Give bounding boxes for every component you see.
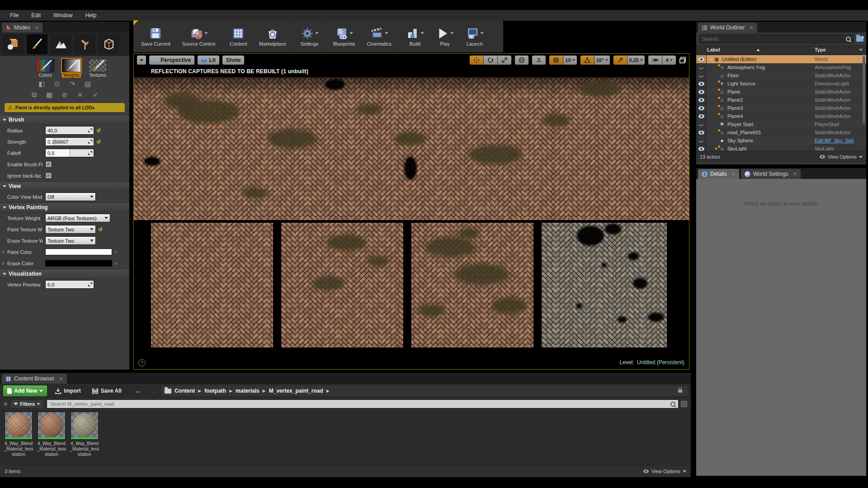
chevron-down-icon[interactable] — [450, 32, 454, 34]
tab-modes[interactable]: Modes ✕ — [2, 23, 42, 33]
label-column-header[interactable]: Label — [707, 47, 720, 52]
viewport-options-button[interactable] — [137, 55, 146, 65]
fix-icon[interactable]: ✕ — [75, 91, 85, 99]
world-local-toggle-button[interactable] — [515, 56, 528, 65]
reset-to-default-icon[interactable]: ↺ — [96, 139, 101, 145]
grid-snap-toggle-button[interactable] — [549, 56, 563, 65]
close-tab-icon[interactable]: ✕ — [59, 376, 63, 382]
submode-colors[interactable]: Colors — [34, 59, 57, 78]
breadcrumb-materials[interactable]: materials — [236, 388, 259, 394]
visibility-toggle[interactable] — [696, 80, 707, 88]
close-tab-icon[interactable]: ✕ — [793, 171, 797, 177]
reset-to-default-icon[interactable]: ↺ — [98, 226, 103, 233]
expand-icon[interactable]: ▷ — [2, 261, 5, 265]
drag-arrows-icon[interactable] — [88, 128, 92, 132]
tab-world-outliner[interactable]: World Outliner ✕ — [698, 23, 757, 33]
brush-radius-field[interactable]: 40,0 — [45, 126, 94, 135]
create-folder-icon[interactable] — [856, 36, 863, 42]
camera-speed-value-button[interactable]: 4 — [662, 56, 676, 65]
rotate-tool-button[interactable] — [483, 56, 497, 65]
actor-row-floor[interactable]: ⌂FloorStaticMeshActor — [696, 71, 866, 80]
view-section-header[interactable]: View — [0, 181, 129, 191]
paint-color-swatch[interactable] — [45, 249, 112, 255]
toolbar-cinematics-button[interactable]: Cinematics — [361, 20, 397, 52]
chevron-down-icon[interactable] — [480, 32, 484, 34]
toolbar-content-button[interactable]: Content — [224, 20, 253, 52]
propagate-icon[interactable]: ∅ — [52, 80, 61, 88]
mode-geometry-mode-icon[interactable] — [99, 34, 119, 54]
toolbar-settings-button[interactable]: Settings — [295, 20, 325, 52]
actor-row-road-plane001[interactable]: ⌂road_Plane001StaticMeshActor — [696, 128, 866, 136]
actor-row-untitled-editor-[interactable]: ▼▣Untitled (Editor)World — [696, 55, 866, 63]
texture-weight-type-dropdown[interactable]: ARGB (Four Textures) — [45, 214, 110, 222]
asset-tile[interactable]: 4_Way_Blend_Material_tesselation — [71, 412, 99, 465]
column-filter-icon[interactable] — [859, 49, 863, 51]
visibility-toggle[interactable] — [696, 128, 707, 136]
chevron-down-icon[interactable] — [385, 32, 388, 34]
submode-weights[interactable]: Weights — [60, 59, 83, 78]
outliner-scrollbar[interactable] — [863, 56, 865, 124]
lit-mode-button[interactable]: Lit — [197, 55, 220, 65]
translate-tool-button[interactable] — [470, 56, 483, 65]
chevron-down-icon[interactable] — [349, 32, 353, 34]
visibility-toggle[interactable] — [696, 96, 707, 104]
help-icon[interactable]: ? — [138, 359, 146, 366]
remove-instance-icon[interactable]: ⊘ — [60, 91, 69, 99]
type-column-header[interactable]: Type — [815, 47, 826, 52]
tab-world-settings[interactable]: World Settings ✕ — [741, 169, 801, 179]
forward-button[interactable]: → — [147, 387, 157, 394]
visibility-toggle[interactable] — [696, 112, 707, 120]
erase-texture-weight-dropdown[interactable]: Texture Two — [45, 236, 96, 245]
rotation-snap-value-button[interactable]: 10° — [594, 56, 610, 65]
drag-arrows-icon[interactable] — [88, 282, 92, 286]
rotation-snap-toggle-button[interactable] — [580, 56, 594, 65]
back-button[interactable]: ← — [133, 387, 143, 394]
toolbar-source-control-button[interactable]: Source Control — [176, 20, 221, 52]
brush-strength-field[interactable]: 0,166667 — [45, 137, 94, 146]
mode-landscape-mode-icon[interactable] — [51, 34, 71, 54]
chevron-down-icon[interactable] — [204, 32, 208, 34]
level-viewport[interactable]: Perspective Lit Show 1010°0,254 — [133, 53, 689, 370]
expand-icon[interactable]: ▷ — [2, 250, 5, 254]
apply-icon[interactable]: ✓ — [91, 91, 100, 99]
sources-panel-toggle-icon[interactable]: ≡ — [4, 400, 7, 408]
asset-thumbnail[interactable] — [71, 412, 99, 440]
camera-speed-icon[interactable] — [648, 56, 662, 65]
actor-row-atmospheric-fog[interactable]: ≈Atmospheric FogAtmosphericFog — [696, 63, 866, 71]
submode-textures[interactable]: Textures — [86, 59, 109, 78]
grid-snap-value-button[interactable]: 10 — [563, 56, 577, 65]
expander-icon[interactable]: ▼ — [708, 57, 713, 61]
chevron-down-icon[interactable] — [420, 32, 424, 34]
visibility-toggle[interactable] — [696, 55, 707, 63]
viewport-scene[interactable]: REFLECTION CAPTURES NEED TO BE REBUILT (… — [134, 66, 689, 369]
breadcrumb-content[interactable]: Content — [175, 388, 195, 394]
import-button[interactable]: Import — [51, 385, 84, 396]
close-tab-icon[interactable]: ✕ — [35, 25, 39, 31]
actor-row-plane3[interactable]: ⌂Plane3StaticMeshActor — [696, 104, 866, 112]
color-options-icon[interactable]: » — [115, 249, 118, 254]
add-new-button[interactable]: Add New — [3, 385, 47, 397]
scale-snap-value-button[interactable]: 0,25 — [627, 56, 645, 65]
asset-tile[interactable]: 4_Way_Blend_Material_tesselation — [5, 412, 33, 465]
paint-texture-weight-dropdown[interactable]: Texture Two — [45, 225, 96, 234]
visibility-toggle[interactable] — [696, 88, 707, 96]
actor-row-plane[interactable]: ⌂PlaneStaticMeshActor — [696, 88, 866, 96]
tab-details[interactable]: i Details ✕ — [698, 169, 739, 179]
drag-arrows-icon[interactable] — [88, 140, 92, 144]
perspective-button[interactable]: Perspective — [149, 55, 195, 65]
visualization-section-header[interactable]: Visualization — [0, 269, 129, 279]
color-view-mode-dropdown[interactable]: Off — [45, 192, 96, 201]
menu-edit[interactable]: Edit — [25, 10, 47, 21]
import-icon[interactable]: ↷ — [68, 80, 77, 88]
drag-arrows-icon[interactable] — [88, 151, 92, 155]
visibility-toggle[interactable] — [696, 120, 707, 128]
level-name[interactable]: Untitled (Persistent) — [637, 359, 684, 366]
mode-meshpaint-mode-icon[interactable] — [27, 34, 47, 54]
vertex-painting-section-header[interactable]: Vertex Painting — [0, 202, 129, 212]
scale-tool-button[interactable] — [497, 56, 511, 65]
lock-icon[interactable] — [678, 389, 682, 393]
asset-tile[interactable]: 4_Way_Blend_Material_tesselation — [38, 412, 66, 465]
brush-falloff-field[interactable]: 0,5 — [45, 149, 94, 157]
mode-foliage-mode-icon[interactable] — [75, 34, 95, 54]
brush-ignore-back-fac-checkbox[interactable]: ✓ — [45, 172, 52, 179]
